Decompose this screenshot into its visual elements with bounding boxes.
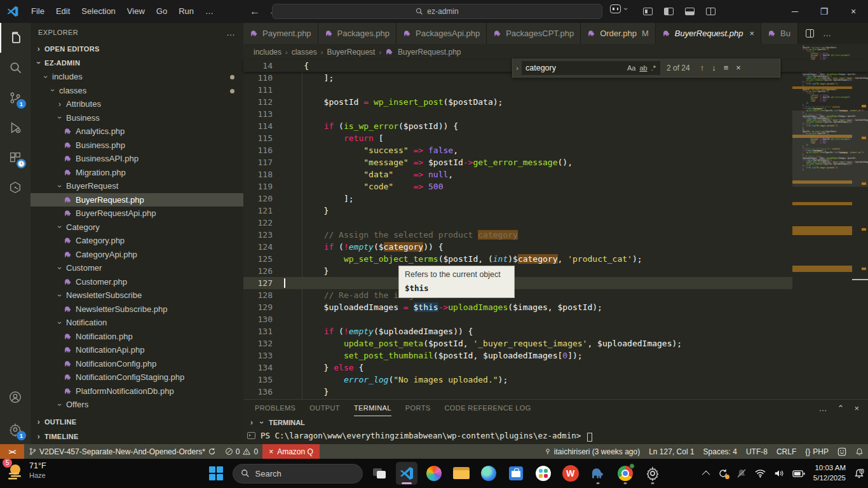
menu-view[interactable]: View [121, 0, 151, 23]
find-close-icon[interactable]: × [732, 63, 745, 72]
amazon-q-item[interactable]: × Amazon Q [262, 444, 320, 459]
remote-indicator[interactable]: >< [0, 444, 24, 459]
toggle-panel-icon[interactable] [685, 8, 695, 15]
breadcrumb-item[interactable]: includes [254, 48, 281, 57]
indentation-item[interactable]: Spaces: 4 [699, 444, 742, 459]
tree-folder-attributes[interactable]: ›Attributes [31, 97, 243, 111]
tab-packagescpt-php[interactable]: PackagesCPT.php [487, 23, 581, 44]
taskbar-search[interactable]: Search [233, 464, 363, 484]
customize-layout-icon[interactable] [643, 8, 653, 15]
restore-button[interactable]: ❐ [810, 0, 839, 23]
tab-packagesapi-php[interactable]: PackagesApi.php [397, 23, 487, 44]
tray-update-icon[interactable] [718, 468, 728, 478]
tab-packages-php[interactable]: Packages.php [318, 23, 397, 44]
menu-selection[interactable]: Selection [76, 0, 121, 23]
tree-file-notificationconfigstaging.php[interactable]: NotificationConfigStaging.php [31, 370, 243, 384]
activity-aws-toolkit[interactable] [0, 172, 31, 202]
taskbar-postgres[interactable] [587, 462, 609, 485]
tree-file-businessapi.php[interactable]: BusinessAPI.php [31, 152, 243, 166]
tree-folder-offers[interactable]: ›Offers [31, 398, 243, 412]
panel-tab-problems[interactable]: PROBLEMS [255, 400, 295, 416]
tree-folder-newslettersubscribe[interactable]: ›NewsletterSubscribe [31, 288, 243, 302]
language-mode-item[interactable]: {} PHP [801, 444, 833, 459]
panel-maximize-icon[interactable]: ⌃ [837, 403, 844, 413]
encoding-item[interactable]: UTF-8 [742, 444, 772, 459]
match-case-icon[interactable]: Aa [625, 64, 637, 72]
taskbar-store[interactable] [505, 462, 527, 485]
menu-run[interactable]: Run [173, 0, 200, 23]
tab-bu[interactable]: Bu [761, 23, 798, 44]
activity-explorer[interactable] [0, 23, 31, 53]
volume-icon[interactable] [774, 469, 784, 478]
tree-file-platformnotificationdb.php[interactable]: PlatformNotificationDb.php [31, 384, 243, 398]
panel-tab-output[interactable]: OUTPUT [309, 400, 340, 416]
activity-run-debug[interactable] [0, 112, 31, 142]
tree-file-notificationapi.php[interactable]: NotificationApi.php [31, 343, 243, 357]
panel-close-icon[interactable]: × [854, 403, 859, 413]
copilot-menu-button[interactable]: › [610, 4, 629, 13]
nav-back-icon[interactable]: ← [250, 6, 260, 17]
tree-file-categoryapi.php[interactable]: CategoryApi.php [31, 248, 243, 262]
weather-widget[interactable]: 5 71°F Haze [5, 461, 46, 480]
outline-section[interactable]: › OUTLINE [31, 415, 243, 429]
tab-close-icon[interactable]: × [750, 29, 755, 38]
tree-folder-category[interactable]: ›Category [31, 220, 243, 234]
find-input[interactable]: category Aa ab .* [522, 61, 660, 75]
panel-tab-ports[interactable]: PORTS [405, 400, 431, 416]
breadcrumb-item[interactable]: classes [292, 48, 317, 57]
toggle-sidebar-icon[interactable] [664, 8, 674, 15]
breadcrumb[interactable]: includes›classes›BuyerRequest›BuyerReque… [243, 44, 868, 60]
workspace-root[interactable]: › EZ-ADMIN [31, 56, 243, 70]
open-editors-section[interactable]: › OPEN EDITORS [31, 42, 243, 56]
tree-file-buyerrequestapi.php[interactable]: BuyerRequestApi.php [31, 207, 243, 220]
activity-settings[interactable]: 1 [0, 414, 31, 444]
menu-go[interactable]: Go [151, 0, 173, 23]
menu-file[interactable]: File [25, 0, 50, 23]
breadcrumb-item[interactable]: BuyerRequest [327, 48, 375, 57]
find-in-selection-icon[interactable]: ≡ [720, 63, 733, 72]
menu-…[interactable]: … [200, 0, 219, 23]
tree-folder-includes[interactable]: ›includes [31, 70, 243, 84]
activity-accounts[interactable] [0, 382, 31, 412]
taskbar-copilot[interactable] [423, 462, 445, 485]
editor-more-icon[interactable]: … [823, 29, 831, 38]
find-next-icon[interactable]: ↓ [708, 63, 720, 72]
tray-notifications[interactable] [854, 468, 864, 479]
tree-file-migration.php[interactable]: Migration.php [31, 166, 243, 180]
close-button[interactable]: × [839, 0, 868, 23]
tree-file-notificationconfig.php[interactable]: NotificationConfig.php [31, 357, 243, 371]
activity-search[interactable] [0, 53, 31, 83]
taskbar-chrome[interactable] [614, 462, 636, 485]
tab-buyerrequest-php[interactable]: BuyerRequest.php× [656, 23, 761, 44]
command-center-search[interactable]: ez-admin [272, 4, 602, 19]
taskbar-wps[interactable]: W [560, 462, 581, 485]
notifications-item[interactable] [851, 444, 868, 459]
taskbar-vscode[interactable] [396, 462, 417, 485]
sidebar-more-icon[interactable]: … [226, 27, 236, 37]
split-editor-icon[interactable] [806, 29, 814, 37]
battery-icon[interactable] [792, 470, 805, 478]
terminal[interactable]: PS C:\laragon\www\everythingzimbabwean\w… [243, 431, 868, 440]
tree-file-notification.php[interactable]: Notification.php [31, 330, 243, 344]
tree-file-analytics.php[interactable]: Analytics.php [31, 125, 243, 139]
tree-file-category.php[interactable]: Category.php [31, 234, 243, 248]
find-previous-icon[interactable]: ↑ [696, 63, 709, 72]
tree-file-business.php[interactable]: Business.php [31, 139, 243, 152]
tree-file-buyerrequest.php[interactable]: BuyerRequest.php [31, 193, 243, 207]
taskbar-clock[interactable]: 10:03 AM 5/12/2025 [813, 463, 846, 483]
terminal-section-header[interactable]: › › TERMINAL [243, 416, 868, 429]
taskbar-file-explorer[interactable] [451, 462, 472, 485]
panel-more-icon[interactable]: … [819, 403, 827, 413]
panel-tab-code-reference-log[interactable]: CODE REFERENCE LOG [445, 400, 531, 416]
git-blame-item[interactable]: itaichiriseri (3 weeks ago) [539, 444, 644, 459]
taskbar-edge[interactable] [478, 462, 499, 485]
minimap-slider[interactable] [792, 111, 868, 187]
problems-item[interactable]: 0 0 [220, 444, 262, 459]
regex-icon[interactable]: .* [649, 64, 658, 72]
find-toggle-replace-icon[interactable]: › [513, 58, 522, 77]
tree-folder-classes[interactable]: ›classes [31, 84, 243, 98]
activity-extensions[interactable]: 🕒 [0, 142, 31, 172]
whole-word-icon[interactable]: ab [637, 64, 649, 72]
minimap[interactable]: ]; $postId = wp_insert_post($postData); … [792, 44, 868, 399]
tree-folder-notification[interactable]: ›Notification [31, 316, 243, 330]
